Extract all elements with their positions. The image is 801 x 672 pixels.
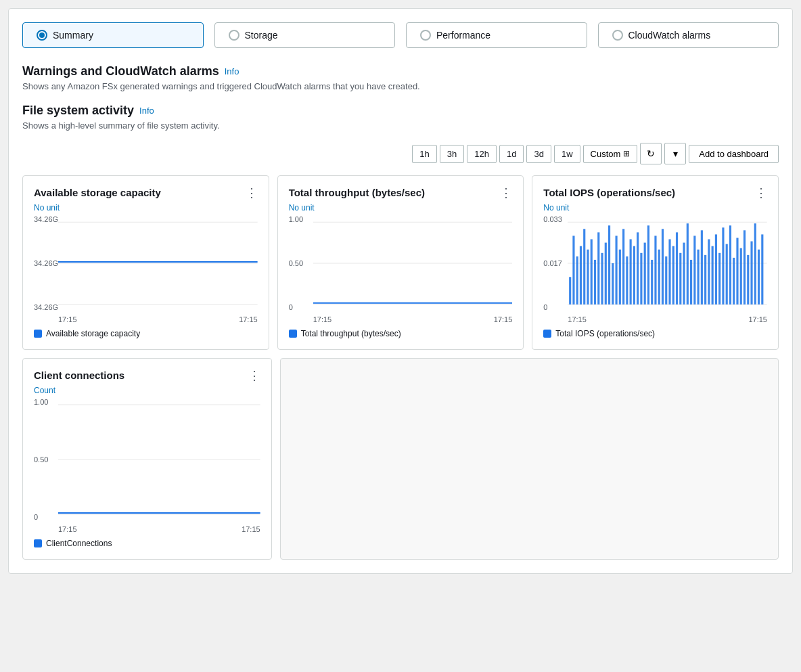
x-label-end: 17:15 bbox=[239, 315, 258, 323]
svg-rect-16 bbox=[587, 250, 589, 305]
svg-rect-26 bbox=[622, 229, 624, 305]
available-storage-legend-dot bbox=[34, 330, 42, 338]
tt-x-start: 17:15 bbox=[313, 315, 332, 323]
total-iops-unit: No unit bbox=[543, 203, 767, 212]
total-throughput-x-labels: 17:15 17:15 bbox=[313, 315, 513, 323]
total-iops-chart: 0.033 0.017 0 bbox=[543, 215, 767, 323]
empty-right-panel bbox=[280, 358, 779, 560]
client-connections-unit: Count bbox=[34, 386, 260, 395]
tab-summary[interactable]: Summary bbox=[22, 22, 204, 48]
time-btn-1w[interactable]: 1w bbox=[554, 145, 580, 163]
total-iops-legend-label: Total IOPS (operations/sec) bbox=[555, 329, 655, 338]
x-label-start: 17:15 bbox=[58, 315, 77, 323]
tab-performance[interactable]: Performance bbox=[406, 22, 587, 48]
cc-x-start: 17:15 bbox=[58, 525, 77, 533]
svg-rect-63 bbox=[754, 223, 756, 305]
time-btn-3d[interactable]: 3d bbox=[526, 145, 551, 163]
total-throughput-unit: No unit bbox=[289, 203, 513, 212]
y-label-mid: 34.26G bbox=[34, 259, 58, 267]
client-connections-header: Client connections ⋮ bbox=[34, 369, 260, 382]
svg-rect-38 bbox=[665, 256, 667, 305]
available-storage-menu[interactable]: ⋮ bbox=[246, 187, 258, 199]
available-storage-y-labels: 34.26G 34.26G 34.26G bbox=[34, 215, 58, 323]
client-connections-svg bbox=[58, 398, 260, 521]
svg-rect-29 bbox=[633, 246, 635, 305]
total-throughput-legend: Total throughput (bytes/sec) bbox=[289, 329, 513, 338]
tabs-row: Summary Storage Performance CloudWatch a… bbox=[22, 22, 779, 48]
client-connections-x-labels: 17:15 17:15 bbox=[58, 525, 260, 533]
svg-rect-65 bbox=[762, 234, 764, 304]
warnings-title: Warnings and CloudWatch alarms bbox=[22, 64, 219, 79]
tab-storage[interactable]: Storage bbox=[214, 22, 396, 48]
svg-rect-24 bbox=[616, 236, 618, 304]
svg-rect-30 bbox=[637, 232, 639, 305]
tab-cloudwatch[interactable]: CloudWatch alarms bbox=[598, 22, 779, 48]
total-throughput-inner bbox=[313, 215, 513, 311]
svg-rect-50 bbox=[708, 240, 710, 305]
radio-cloudwatch bbox=[612, 30, 623, 41]
svg-rect-36 bbox=[658, 250, 660, 305]
warnings-info-link[interactable]: Info bbox=[225, 66, 239, 76]
tt-y-mid: 0.50 bbox=[289, 259, 303, 267]
svg-rect-55 bbox=[726, 244, 728, 305]
svg-rect-54 bbox=[723, 227, 725, 305]
svg-rect-61 bbox=[748, 255, 750, 305]
iops-y-top: 0.033 bbox=[543, 215, 562, 223]
client-connections-inner bbox=[58, 398, 260, 521]
dropdown-button[interactable]: ▾ bbox=[664, 143, 686, 164]
client-connections-legend: ClientConnections bbox=[34, 539, 260, 548]
svg-rect-39 bbox=[669, 240, 671, 305]
svg-rect-52 bbox=[715, 234, 717, 304]
total-iops-card: Total IOPS (operations/sec) ⋮ No unit 0.… bbox=[532, 175, 779, 350]
total-throughput-y-labels: 1.00 0.50 0 bbox=[289, 215, 303, 323]
svg-rect-49 bbox=[704, 255, 706, 305]
main-container: Summary Storage Performance CloudWatch a… bbox=[8, 8, 793, 574]
svg-rect-35 bbox=[655, 236, 657, 304]
time-btn-custom[interactable]: Custom ⊞ bbox=[583, 145, 638, 163]
radio-inner-summary bbox=[39, 32, 45, 38]
total-throughput-title: Total throughput (bytes/sec) bbox=[289, 187, 425, 198]
client-connections-legend-label: ClientConnections bbox=[46, 539, 112, 548]
activity-desc: Shows a high-level summary of file syste… bbox=[22, 120, 779, 131]
svg-rect-28 bbox=[630, 240, 632, 305]
warnings-heading: Warnings and CloudWatch alarms Info bbox=[22, 64, 779, 79]
client-connections-menu[interactable]: ⋮ bbox=[248, 369, 260, 382]
svg-rect-19 bbox=[598, 232, 600, 305]
chevron-down-icon: ▾ bbox=[673, 148, 678, 159]
time-btn-12h[interactable]: 12h bbox=[467, 145, 497, 163]
iops-x-end: 17:15 bbox=[748, 315, 767, 323]
total-iops-menu[interactable]: ⋮ bbox=[755, 187, 767, 199]
custom-label: Custom bbox=[591, 149, 621, 159]
svg-rect-21 bbox=[605, 243, 607, 305]
client-connections-card: Client connections ⋮ Count 1.00 0.50 0 bbox=[22, 358, 272, 560]
total-throughput-legend-dot bbox=[289, 330, 297, 338]
tab-cloudwatch-label: CloudWatch alarms bbox=[628, 30, 711, 41]
client-connections-chart: 1.00 0.50 0 17:15 17:15 bbox=[34, 398, 260, 533]
time-btn-1d[interactable]: 1d bbox=[499, 145, 524, 163]
cc-y-top: 1.00 bbox=[34, 398, 48, 406]
available-storage-legend-label: Available storage capacity bbox=[46, 329, 140, 338]
radio-storage bbox=[229, 30, 239, 41]
svg-rect-32 bbox=[644, 243, 646, 305]
activity-info-link[interactable]: Info bbox=[139, 106, 154, 116]
time-btn-3h[interactable]: 3h bbox=[440, 145, 464, 163]
total-iops-header: Total IOPS (operations/sec) ⋮ bbox=[543, 187, 767, 199]
available-storage-unit: No unit bbox=[34, 203, 258, 212]
svg-rect-48 bbox=[701, 230, 703, 305]
svg-rect-41 bbox=[676, 232, 678, 305]
radio-summary bbox=[37, 30, 47, 41]
cc-y-bot: 0 bbox=[34, 513, 48, 521]
svg-rect-62 bbox=[751, 242, 753, 305]
tab-summary-label: Summary bbox=[53, 30, 93, 41]
svg-rect-58 bbox=[737, 238, 739, 304]
svg-rect-46 bbox=[694, 236, 696, 304]
svg-rect-15 bbox=[583, 229, 585, 305]
refresh-icon: ↻ bbox=[647, 148, 655, 159]
add-dashboard-button[interactable]: Add to dashboard bbox=[689, 145, 779, 163]
time-btn-1h[interactable]: 1h bbox=[412, 145, 436, 163]
refresh-button[interactable]: ↻ bbox=[640, 143, 662, 164]
cc-x-end: 17:15 bbox=[242, 525, 260, 533]
available-storage-title: Available storage capacity bbox=[34, 187, 161, 198]
svg-rect-56 bbox=[729, 225, 731, 305]
total-throughput-menu[interactable]: ⋮ bbox=[500, 187, 512, 199]
